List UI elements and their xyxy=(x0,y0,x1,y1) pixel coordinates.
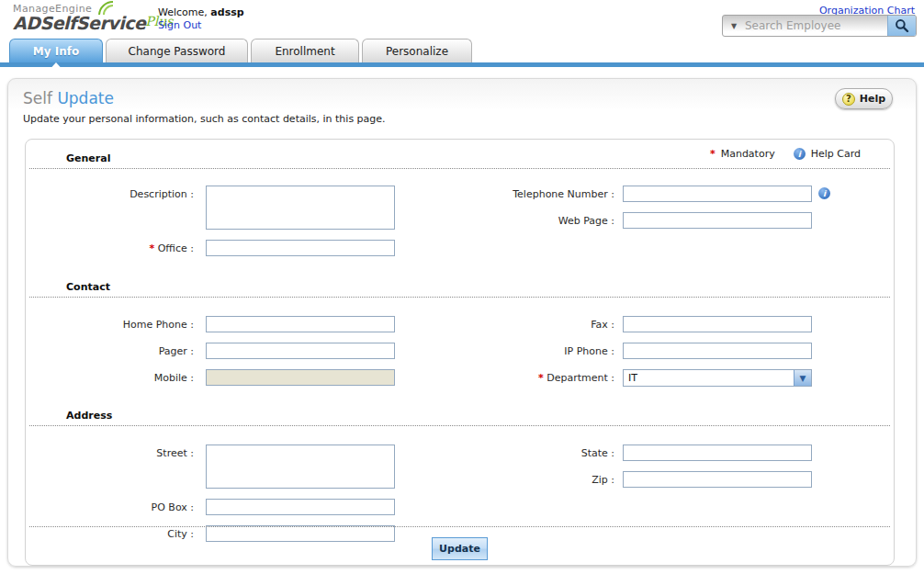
section-heading-contact: Contact xyxy=(66,266,894,293)
sign-out-link[interactable]: Sign Out xyxy=(158,19,201,31)
tab-enrollment[interactable]: Enrollment xyxy=(251,39,359,62)
fax-label: Fax : xyxy=(459,316,623,331)
home-phone-label: Home Phone : xyxy=(26,316,206,331)
mobile-label: Mobile : xyxy=(26,369,206,384)
tab-accent-bar xyxy=(0,62,924,67)
pager-label: Pager : xyxy=(26,343,206,357)
search-icon xyxy=(895,18,909,33)
section-heading-address: Address xyxy=(66,397,894,422)
help-question-icon: ? xyxy=(842,93,855,106)
tab-my-info[interactable]: My Info xyxy=(9,39,103,62)
app-header: ManageEngine ADSelfServicePlus Welcome, … xyxy=(0,0,924,39)
po-box-label: PO Box : xyxy=(26,499,206,513)
main-tabs: My Info Change Password Enrollment Perso… xyxy=(0,39,924,62)
department-selected-value: IT xyxy=(624,370,794,386)
zip-input[interactable] xyxy=(623,471,812,488)
form-footer: Update xyxy=(26,526,894,560)
department-label: * Department : xyxy=(459,369,623,384)
mandatory-asterisk-icon: * xyxy=(538,372,544,384)
web-page-label: Web Page : xyxy=(459,212,623,227)
content-panel: Self Update Update your personal informa… xyxy=(7,78,917,567)
state-input[interactable] xyxy=(623,445,812,461)
help-card-info-icon[interactable]: i xyxy=(794,148,806,160)
self-update-form: * Mandatory i Help Card General Descript… xyxy=(25,139,895,566)
search-scope-dropdown[interactable]: ▼ xyxy=(723,16,745,36)
zip-label: Zip : xyxy=(459,471,623,486)
po-box-input[interactable] xyxy=(206,499,395,515)
page-subtitle: Update your personal information, such a… xyxy=(23,113,386,125)
description-label: Description : xyxy=(26,186,206,200)
state-label: State : xyxy=(459,445,623,459)
welcome-text: Welcome, adssp xyxy=(158,6,244,18)
contact-section: Home Phone : Pager : Mobile : Fax : xyxy=(26,298,894,397)
form-legend: * Mandatory i Help Card xyxy=(710,148,861,160)
general-section: Description : * Office : Telephone Numbe… xyxy=(26,169,894,266)
mobile-input xyxy=(206,369,395,386)
update-button[interactable]: Update xyxy=(432,537,488,560)
app-window: ManageEngine ADSelfServicePlus Welcome, … xyxy=(0,0,924,574)
mandatory-asterisk-icon: * xyxy=(710,148,716,160)
search-button[interactable] xyxy=(887,16,916,36)
search-input[interactable] xyxy=(745,16,887,36)
brand-logo[interactable]: ManageEngine ADSelfServicePlus xyxy=(13,3,173,35)
employee-search-box: ▼ xyxy=(722,15,917,37)
street-label: Street : xyxy=(26,445,206,459)
username: adssp xyxy=(210,6,243,18)
street-textarea[interactable] xyxy=(206,445,395,489)
tab-personalize[interactable]: Personalize xyxy=(362,39,472,62)
telephone-label: Telephone Number : xyxy=(459,186,623,200)
office-input[interactable] xyxy=(206,240,395,256)
pager-input[interactable] xyxy=(206,343,395,359)
ip-phone-input[interactable] xyxy=(623,343,812,359)
page-title: Self Update xyxy=(23,89,114,107)
department-select[interactable]: IT ▼ xyxy=(623,369,812,387)
brand-swoosh-icon xyxy=(97,0,118,17)
web-page-input[interactable] xyxy=(623,212,812,229)
fax-input[interactable] xyxy=(623,316,812,332)
mandatory-label: Mandatory xyxy=(721,148,775,160)
ip-phone-label: IP Phone : xyxy=(459,343,623,357)
mandatory-asterisk-icon: * xyxy=(149,242,154,254)
telephone-info-icon[interactable]: i xyxy=(818,187,830,199)
home-phone-input[interactable] xyxy=(206,316,395,332)
brand-product: ADSelfService xyxy=(13,13,145,33)
telephone-input[interactable] xyxy=(623,186,812,202)
chevron-down-icon: ▼ xyxy=(794,370,811,386)
help-button[interactable]: ? Help xyxy=(835,88,893,109)
office-label: * Office : xyxy=(26,240,206,254)
tab-change-password[interactable]: Change Password xyxy=(106,39,248,62)
description-textarea[interactable] xyxy=(206,186,395,230)
help-card-label: Help Card xyxy=(811,148,861,160)
